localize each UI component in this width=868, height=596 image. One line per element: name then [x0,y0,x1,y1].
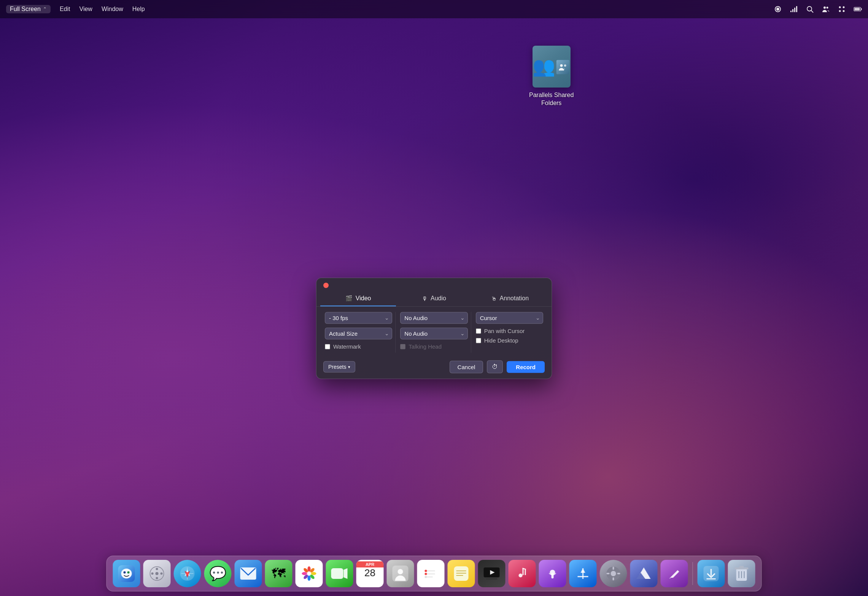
talking-head-label: Talking Head [409,343,442,350]
timer-button[interactable]: ⏱ [487,360,503,373]
talking-head-checkbox [400,344,405,349]
dock-item-mail[interactable] [235,560,262,587]
close-button[interactable] [323,283,329,288]
svg-rect-63 [523,568,524,575]
svg-point-71 [611,571,616,576]
dock-item-safari[interactable] [174,560,201,587]
record-button[interactable]: Record [507,361,545,373]
dock-item-contacts[interactable] [387,560,414,587]
dock-item-music[interactable] [509,560,536,587]
video-column: - 30 fps - 60 fps Actual Size Half Size … [322,312,396,353]
menu-view[interactable]: View [79,6,92,13]
menu-window[interactable]: Window [102,6,123,13]
calendar-day: 28 [364,567,375,578]
svg-rect-64 [525,569,526,575]
svg-rect-14 [855,8,860,11]
svg-point-27 [151,572,154,575]
dock-item-launchpad[interactable] [143,560,171,587]
pan-cursor-checkbox[interactable] [476,328,481,333]
dock-item-facetime[interactable] [326,560,353,587]
svg-point-25 [156,568,158,570]
svg-point-55 [425,576,427,578]
audio-input1-select[interactable]: No Audio Built-in Microphone [400,312,467,324]
dock-item-reminders[interactable] [417,560,445,587]
dock-item-mountain[interactable] [630,560,658,587]
svg-point-40 [308,575,311,581]
svg-rect-83 [739,566,744,568]
dock-item-appletv[interactable] [478,560,506,587]
pan-cursor-label[interactable]: Pan with Cursor [484,328,525,334]
messages-icon: 💬 [209,566,226,582]
svg-rect-75 [617,573,620,574]
svg-point-54 [425,573,427,575]
audio-input2-wrapper: No Audio System Audio [400,328,467,339]
dock-item-downloads[interactable] [698,560,725,587]
tab-video[interactable]: 🎬 Video [320,291,396,306]
svg-point-20 [121,569,132,578]
screensaver-icon[interactable] [774,5,782,13]
dock-item-finder[interactable] [113,560,140,587]
watermark-row: Watermark [325,343,392,350]
dock-item-photos[interactable] [296,560,323,587]
svg-line-5 [811,10,813,13]
svg-point-10 [839,10,841,12]
watermark-checkbox[interactable] [325,344,330,349]
cancel-button[interactable]: Cancel [450,360,483,373]
dock-item-messages[interactable]: 💬 [204,560,232,587]
menu-help[interactable]: Help [132,6,145,13]
svg-rect-0 [790,11,792,12]
dock-item-system-preferences[interactable] [600,560,627,587]
search-icon[interactable] [806,5,814,13]
svg-rect-61 [486,578,498,580]
size-select-wrapper: Actual Size Half Size [325,328,392,339]
dock-item-calendar[interactable]: APR 28 [356,560,384,587]
svg-point-42 [302,572,307,575]
svg-marker-46 [344,568,348,579]
hide-desktop-label[interactable]: Hide Desktop [484,337,518,344]
control-center-icon[interactable] [838,5,846,13]
video-icon: 🎬 [345,295,353,302]
svg-rect-45 [331,568,343,579]
svg-point-38 [311,572,316,575]
fps-select-wrapper: - 30 fps - 60 fps [325,312,392,324]
menubar: Full Screen ⌃ Edit View Window Help [0,0,868,18]
tab-audio[interactable]: 🎙 Audio [396,291,472,306]
chevron-down-icon: ▾ [348,364,350,369]
parallels-label: Parallels Shared Folders [529,91,574,107]
talking-head-row: Talking Head [400,343,467,350]
cursor-select[interactable]: Cursor Highlight Cursor None [476,312,543,324]
dock: 💬 🗺 A [107,556,762,591]
watermark-label[interactable]: Watermark [333,343,361,350]
svg-point-24 [156,572,159,575]
fps-select[interactable]: - 30 fps - 60 fps [325,312,392,324]
dock-item-podcasts[interactable] [539,560,566,587]
size-select[interactable]: Actual Size Half Size [325,328,392,339]
tab-annotation[interactable]: 🖱 Annotation [472,291,548,306]
svg-rect-73 [613,577,614,580]
svg-rect-2 [794,8,795,12]
svg-point-26 [156,577,158,579]
signal-icon[interactable] [790,5,798,13]
app-name-button[interactable]: Full Screen ⌃ [6,5,51,13]
svg-rect-1 [792,9,793,12]
clock-icon: ⏱ [492,363,498,370]
dock-item-trash[interactable] [728,560,755,587]
presets-button[interactable]: Presets ▾ [323,361,355,373]
pan-cursor-row: Pan with Cursor [476,328,543,334]
hide-desktop-checkbox[interactable] [476,338,481,343]
chevron-icon: ⌃ [43,6,47,12]
parallels-shared-folders-icon[interactable]: Parallels Shared Folders [529,46,574,107]
dock-item-screener[interactable] [661,560,688,587]
dock-item-appstore[interactable] [569,560,597,587]
svg-rect-56 [454,566,469,581]
audio-input2-select[interactable]: No Audio System Audio [400,328,467,339]
svg-point-48 [398,569,403,574]
dock-item-maps[interactable]: 🗺 [265,560,293,587]
svg-rect-72 [613,567,614,570]
menu-edit[interactable]: Edit [60,6,70,13]
dialog-titlebar [316,278,552,291]
people-icon[interactable] [822,5,830,13]
dock-item-notes[interactable] [448,560,475,587]
svg-rect-3 [796,6,797,12]
battery-icon[interactable] [854,5,862,13]
